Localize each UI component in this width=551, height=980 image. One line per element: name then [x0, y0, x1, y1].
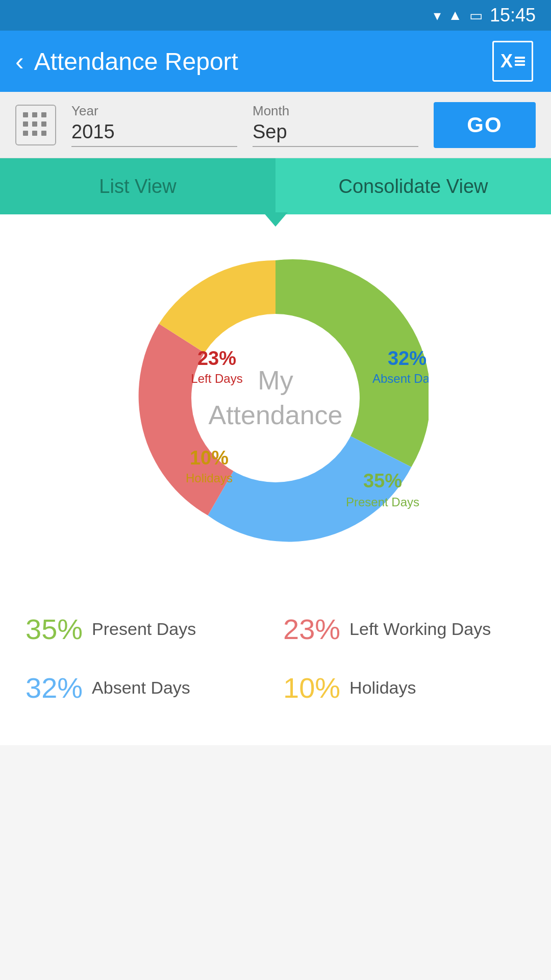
- calendar-icon: [15, 105, 56, 145]
- tab-indicator: [263, 212, 288, 227]
- signal-icon: ▲: [448, 7, 462, 23]
- excel-x-letter: X: [500, 51, 513, 72]
- status-bar: ▾ ▲ ▭ 15:45: [0, 0, 551, 31]
- year-value[interactable]: 2015: [71, 121, 237, 147]
- excel-lines: [515, 57, 525, 66]
- legend-holiday-pct: 10%: [283, 671, 340, 704]
- calendar-grid-dots: [23, 112, 48, 138]
- tab-bar: List View Consolidate View: [0, 158, 551, 214]
- label-absent-pct: 32%: [388, 348, 427, 369]
- app-bar: ‹ Attendance Report X: [0, 31, 551, 92]
- legend-holiday: 10% Holidays: [283, 671, 525, 704]
- legend-present-label: Present Days: [92, 619, 196, 639]
- tab-list-view-label: List View: [99, 176, 176, 198]
- status-time: 15:45: [490, 5, 536, 26]
- legend-left: 23% Left Working Days: [283, 612, 525, 646]
- legend-holiday-label: Holidays: [349, 678, 416, 698]
- chart-section: 35% Present Days 32% Absent Days 23% Lef…: [0, 214, 551, 582]
- label-left-pct: 23%: [197, 348, 236, 369]
- year-field-group: Year 2015: [71, 103, 237, 147]
- tab-list-view[interactable]: List View: [0, 158, 276, 214]
- legend-left-label: Left Working Days: [349, 619, 491, 639]
- month-field-group: Month Sep: [253, 103, 418, 147]
- month-label: Month: [253, 103, 418, 119]
- label-present-text: Present Days: [346, 495, 419, 509]
- year-label: Year: [71, 103, 237, 119]
- label-holidays-text: Holidays: [186, 471, 233, 485]
- app-title: Attendance Report: [34, 47, 238, 76]
- excel-icon: X: [492, 41, 533, 82]
- label-absent-text: Absent Days: [372, 372, 429, 385]
- legend-present-pct: 35%: [26, 612, 83, 646]
- status-icons: ▾ ▲ ▭ 15:45: [434, 5, 536, 26]
- tab-consolidate-view-label: Consolidate View: [339, 176, 488, 198]
- donut-svg: 35% Present Days 32% Absent Days 23% Lef…: [122, 245, 429, 551]
- donut-chart: 35% Present Days 32% Absent Days 23% Lef…: [122, 245, 429, 551]
- label-left-text: Left Days: [191, 372, 242, 385]
- battery-icon: ▭: [469, 7, 483, 24]
- label-holidays-pct: 10%: [190, 447, 229, 469]
- month-value[interactable]: Sep: [253, 121, 418, 147]
- legend-present: 35% Present Days: [26, 612, 268, 646]
- go-button[interactable]: GO: [434, 102, 536, 148]
- legend-section: 35% Present Days 23% Left Working Days 3…: [0, 582, 551, 745]
- legend-absent: 32% Absent Days: [26, 671, 268, 704]
- app-bar-left: ‹ Attendance Report: [15, 47, 238, 76]
- tab-consolidate-view[interactable]: Consolidate View: [276, 158, 551, 214]
- label-present-pct: 35%: [363, 470, 402, 492]
- legend-left-pct: 23%: [283, 612, 340, 646]
- legend-absent-label: Absent Days: [92, 678, 190, 698]
- excel-export-button[interactable]: X: [490, 38, 536, 84]
- filter-bar: Year 2015 Month Sep GO: [0, 92, 551, 158]
- back-button[interactable]: ‹: [15, 48, 24, 74]
- legend-absent-pct: 32%: [26, 671, 83, 704]
- wifi-icon: ▾: [434, 7, 441, 24]
